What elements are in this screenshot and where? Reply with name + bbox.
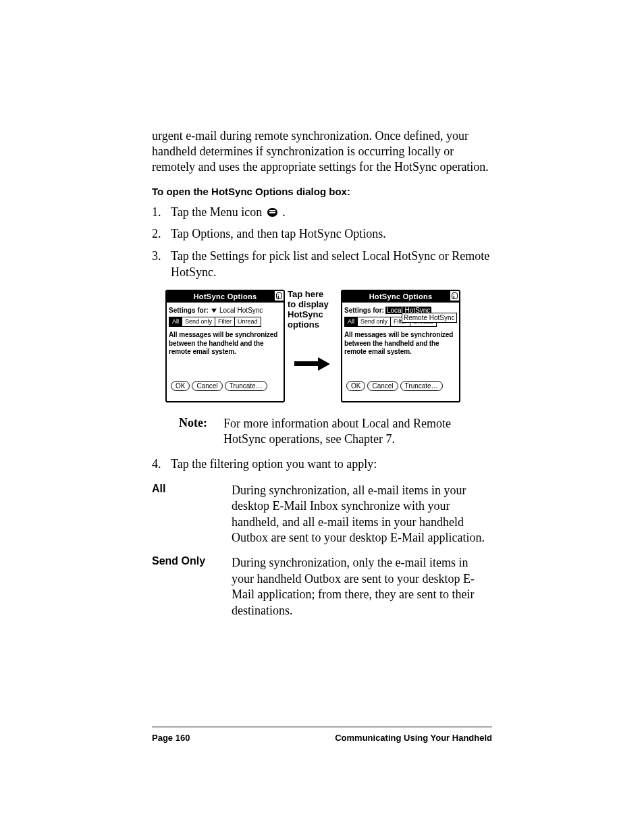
filter-options-definitions: All During synchronization, all e-mail i… (152, 483, 492, 619)
definition-term-send-only: Send Only (152, 555, 219, 619)
definition-desc-send-only: During synchronization, only the e-mail … (232, 555, 492, 619)
screenshot-left: HotSync Options Settings for: Local HotS… (165, 290, 285, 402)
menu-icon (267, 208, 277, 217)
dialog-titlebar: HotSync Options (167, 291, 284, 303)
note-block: Note: For more information about Local a… (179, 416, 492, 448)
callout-line: options (288, 320, 338, 330)
ok-button[interactable]: OK (171, 381, 190, 391)
step-text: Tap Options, and then tap HotSync Option… (171, 226, 386, 242)
tab-filter[interactable]: Filter (215, 317, 235, 327)
dialog-title: HotSync Options (369, 292, 433, 301)
settings-for-value[interactable]: Local HotSync (219, 307, 263, 314)
procedure-heading: To open the HotSync Options dialog box: (152, 186, 492, 197)
step-text: Tap the filtering option you want to app… (171, 456, 377, 472)
steps-list: 1. Tap the Menu icon . 2. Tap Options, a… (152, 204, 492, 280)
screenshot-right: HotSync Options Settings for: Local HotS… (341, 290, 460, 402)
note-text: For more information about Local and Rem… (223, 416, 492, 448)
page-footer: Page 160 Communicating Using Your Handhe… (152, 727, 492, 743)
tab-send-only[interactable]: Send only (182, 317, 215, 327)
page-number: Page 160 (152, 733, 190, 743)
info-icon[interactable] (450, 291, 459, 301)
truncate-button[interactable]: Truncate… (400, 381, 443, 391)
figure-callout: Tap here to display HotSync options (288, 290, 338, 377)
settings-for-label: Settings for: (344, 307, 384, 314)
step-number: 3. (152, 248, 165, 281)
page-content: urgent e-mail during remote synchronizat… (0, 0, 644, 810)
step-text-suffix: . (282, 205, 286, 219)
step-1: 1. Tap the Menu icon . (152, 204, 492, 220)
dialog-titlebar: HotSync Options (342, 291, 459, 303)
intro-paragraph: urgent e-mail during remote synchronizat… (152, 128, 492, 175)
chapter-title: Communicating Using Your Handheld (335, 733, 492, 743)
step-text: Tap the Settings for pick list and selec… (171, 248, 492, 281)
info-icon[interactable] (275, 291, 284, 301)
step-text: Tap the Menu icon (171, 205, 265, 219)
tab-all[interactable]: All (169, 317, 182, 327)
filter-tabs: All Send only Filter Unread (169, 317, 281, 327)
dialog-title: HotSync Options (194, 292, 257, 301)
settings-for-label: Settings for: (169, 307, 209, 314)
cancel-button[interactable]: Cancel (367, 381, 398, 391)
figure-hotsync-options: HotSync Options Settings for: Local HotS… (165, 290, 492, 402)
settings-for-dropdown[interactable]: Remote HotSync (402, 313, 457, 323)
note-label: Note: (179, 416, 211, 448)
step-number: 4. (152, 456, 165, 472)
chevron-down-icon[interactable] (211, 309, 217, 313)
settings-for-row: Settings for: Local HotSync (169, 307, 281, 314)
callout-line: Tap here (288, 290, 338, 300)
truncate-button[interactable]: Truncate… (225, 381, 267, 391)
callout-line: HotSync (288, 310, 338, 320)
step-2: 2. Tap Options, and then tap HotSync Opt… (152, 226, 492, 242)
definition-row: Send Only During synchronization, only t… (152, 555, 492, 619)
dialog-button-row: OK Cancel Truncate… (344, 378, 457, 393)
callout-line: to display (288, 300, 338, 310)
definition-term-all: All (152, 483, 219, 546)
step-3: 3. Tap the Settings for pick list and se… (152, 248, 492, 281)
tab-all[interactable]: All (344, 317, 358, 327)
step-4: 4. Tap the filtering option you want to … (152, 456, 492, 472)
definition-row: All During synchronization, all e-mail i… (152, 483, 492, 546)
step-number: 2. (152, 226, 165, 242)
dialog-button-row: OK Cancel Truncate… (169, 378, 281, 393)
steps-list-continued: 4. Tap the filtering option you want to … (152, 456, 492, 472)
dialog-body-text: All messages will be synchronized betwee… (344, 331, 457, 357)
tab-send-only[interactable]: Send only (357, 317, 391, 327)
arrow-icon (288, 350, 338, 377)
cancel-button[interactable]: Cancel (192, 381, 222, 391)
ok-button[interactable]: OK (346, 381, 365, 391)
dialog-body-text: All messages will be synchronized betwee… (169, 331, 281, 357)
step-number: 1. (152, 204, 165, 220)
definition-desc-all: During synchronization, all e-mail items… (232, 483, 492, 546)
tab-unread[interactable]: Unread (234, 317, 261, 327)
